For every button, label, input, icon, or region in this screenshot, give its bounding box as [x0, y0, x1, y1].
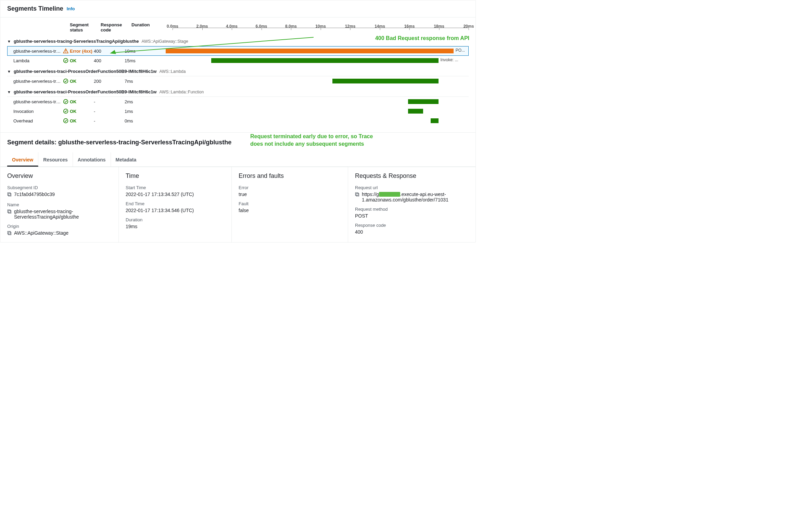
value-request-method: POST [355, 213, 368, 219]
col-header-status: Segment status [70, 22, 101, 35]
label-response-code: Response code [355, 223, 469, 228]
chevron-down-icon: ▼ [7, 39, 11, 43]
svg-rect-14 [8, 231, 10, 234]
segment-status: Error (4xx) [63, 48, 94, 54]
group-name: gblusthe-serverless-traci-ProcessOrderFu… [14, 89, 157, 94]
label-error: Error [239, 185, 341, 190]
segment-status: OK [63, 78, 94, 84]
segment-status: OK [63, 58, 94, 63]
success-icon [63, 118, 68, 123]
segments-timeline-card: Segments Timeline Info Segment status Re… [0, 0, 476, 243]
chevron-down-icon: ▼ [7, 90, 11, 94]
label-end-time: End Time [126, 201, 225, 206]
svg-rect-10 [8, 193, 10, 195]
label-request-method: Request method [355, 207, 469, 212]
value-request-url: https://g.execute-api.eu-west-1.amazonaw… [362, 192, 469, 203]
segment-row[interactable]: gblusthe-serverless-traci...OK2007ms [7, 76, 469, 86]
segment-group-header[interactable]: ▼gblusthe-serverless-tracing-ServerlessT… [7, 35, 469, 46]
segment-bar [408, 99, 439, 104]
segment-bar [332, 79, 439, 83]
timeline-table: Segment status Response code Duration 0.… [0, 17, 475, 132]
redacted-segment [379, 192, 400, 197]
segment-duration: 15ms [125, 58, 166, 63]
tab-resources[interactable]: Resources [38, 152, 73, 167]
segment-bar-label: Invoke: ... [441, 57, 458, 62]
value-duration: 19ms [126, 224, 137, 229]
ruler-tick: 12ms [345, 24, 356, 29]
segment-duration: 1ms [125, 109, 166, 114]
ruler-tick: 4.0ms [226, 24, 238, 29]
value-response-code: 400 [355, 229, 363, 235]
svg-rect-11 [9, 211, 11, 213]
timeline-ruler: 0.0ms2.0ms4.0ms6.0ms8.0ms10ms12ms14ms16m… [173, 28, 469, 35]
group-origin: AWS::ApiGateway::Stage [141, 39, 188, 44]
value-error: true [239, 192, 247, 197]
segment-bar [211, 58, 439, 63]
segment-details-title: Segment details: gblusthe-serverless-tra… [7, 139, 469, 146]
request-panel: Requests & Response Request url https://… [348, 167, 475, 242]
segment-name: Invocation [7, 109, 63, 114]
card-header: Segments Timeline Info [0, 0, 475, 17]
group-name: gblusthe-serverless-tracing-ServerlessTr… [14, 39, 139, 44]
details-panels: Overview Subsegment ID 7c1fa0d4795b0c39 … [0, 167, 475, 242]
segment-name: gblusthe-serverless-traci... [7, 99, 63, 104]
segment-response-code: - [94, 99, 125, 104]
svg-point-1 [65, 52, 66, 53]
segment-bar-cell: Invoke: ... [166, 57, 469, 64]
ruler-tick: 18ms [434, 24, 444, 29]
label-name: Name [7, 202, 112, 207]
time-panel: Time Start Time 2022-01-17 17:13:34.527 … [118, 167, 231, 242]
value-start-time: 2022-01-17 17:13:34.527 (UTC) [126, 192, 194, 197]
label-subsegment-id: Subsegment ID [7, 185, 112, 190]
group-origin: AWS::Lambda [159, 69, 186, 74]
svg-rect-13 [9, 232, 11, 235]
copy-icon[interactable] [7, 209, 12, 215]
success-icon [63, 108, 68, 114]
overview-panel: Overview Subsegment ID 7c1fa0d4795b0c39 … [0, 167, 118, 242]
segment-group-header[interactable]: ▼gblusthe-serverless-traci-ProcessOrderF… [7, 86, 469, 97]
svg-rect-15 [356, 194, 359, 196]
tab-metadata[interactable]: Metadata [111, 152, 141, 167]
segment-name: Lambda [7, 58, 63, 63]
svg-rect-9 [9, 194, 11, 196]
success-icon [63, 58, 68, 63]
copy-icon[interactable] [7, 231, 12, 237]
warning-icon [63, 48, 68, 54]
card-title: Segments Timeline [7, 5, 63, 12]
ruler-tick: 2.0ms [196, 24, 208, 29]
segment-group-header[interactable]: ▼gblusthe-serverless-traci-ProcessOrderF… [7, 65, 469, 76]
segment-bar-cell [166, 78, 469, 84]
ruler-tick: 0.0ms [167, 24, 178, 29]
segment-bar-label: PO... [456, 48, 465, 53]
tab-annotations[interactable]: Annotations [73, 152, 111, 167]
ruler-tick: 20ms [464, 24, 474, 29]
segment-status: OK [63, 99, 94, 104]
segment-row[interactable]: gblusthe-serverless-traci...Error (4xx)4… [7, 46, 469, 56]
segment-row[interactable]: LambdaOK40015msInvoke: ... [7, 56, 469, 65]
segment-bar-cell [166, 108, 469, 114]
ruler-tick: 6.0ms [255, 24, 267, 29]
svg-rect-16 [355, 193, 358, 195]
info-link[interactable]: Info [67, 6, 75, 11]
success-icon [63, 78, 68, 84]
label-fault: Fault [239, 201, 341, 206]
value-subsegment-id: 7c1fa0d4795b0c39 [14, 192, 55, 197]
segment-name: gblusthe-serverless-traci... [7, 49, 63, 54]
label-origin: Origin [7, 224, 112, 229]
segment-row[interactable]: InvocationOK-1ms [7, 106, 469, 116]
copy-icon[interactable] [355, 192, 360, 198]
tab-overview[interactable]: Overview [7, 152, 38, 167]
segment-row[interactable]: gblusthe-serverless-traci...OK-2ms [7, 97, 469, 106]
segment-bar [408, 109, 423, 114]
segment-status: OK [63, 108, 94, 114]
segment-duration: 7ms [125, 79, 166, 84]
value-name: gblusthe-serverless-tracing-ServerlessTr… [14, 209, 112, 220]
ruler-tick: 10ms [315, 24, 326, 29]
time-heading: Time [126, 172, 225, 180]
segment-response-code: 200 [94, 79, 125, 84]
segment-row[interactable]: OverheadOK-0ms [7, 116, 469, 126]
success-icon [63, 99, 68, 104]
copy-icon[interactable] [7, 192, 12, 198]
segment-name: Overhead [7, 118, 63, 123]
value-origin: AWS::ApiGateway::Stage [14, 230, 68, 236]
